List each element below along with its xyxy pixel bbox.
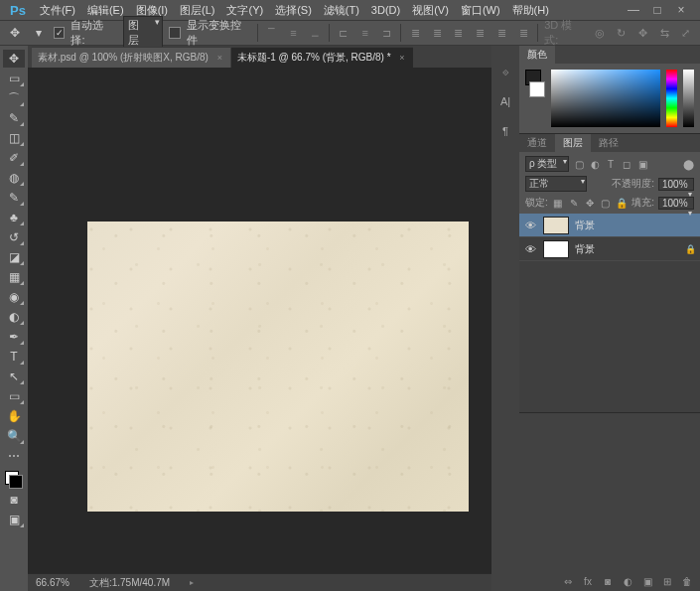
zoom-level[interactable]: 66.67% xyxy=(36,577,70,588)
menu-edit[interactable]: 编辑(E) xyxy=(83,1,128,20)
brightness-slider[interactable] xyxy=(683,70,694,127)
maximize-button[interactable]: □ xyxy=(650,3,664,17)
menu-window[interactable]: 窗口(W) xyxy=(457,1,504,20)
mini-swatches[interactable] xyxy=(525,70,545,97)
document-info[interactable]: 文档:1.75M/40.7M xyxy=(89,576,170,590)
marquee-tool[interactable]: ▭ xyxy=(3,70,25,87)
filter-smart-icon[interactable]: ▣ xyxy=(636,158,648,170)
paths-tab[interactable]: 路径 xyxy=(591,134,627,152)
lock-artboard-icon[interactable]: ▢ xyxy=(600,197,612,209)
menu-3d[interactable]: 3D(D) xyxy=(367,2,404,18)
close-button[interactable]: × xyxy=(674,3,688,17)
link-layers-icon[interactable]: ⇔ xyxy=(561,574,575,588)
distribute-hcenter-icon[interactable]: ≣ xyxy=(494,25,510,41)
paragraph-panel-icon[interactable]: ¶ xyxy=(496,123,514,139)
align-top-icon[interactable]: ⎺ xyxy=(264,25,280,41)
color-field[interactable] xyxy=(551,70,659,127)
auto-select-checkbox[interactable] xyxy=(54,27,66,39)
align-left-icon[interactable]: ⊏ xyxy=(336,25,351,41)
show-transform-checkbox[interactable] xyxy=(169,27,181,39)
hue-slider[interactable] xyxy=(666,70,677,127)
color-swatches[interactable] xyxy=(3,471,25,489)
healing-brush-tool[interactable]: ◍ xyxy=(3,169,25,187)
visibility-icon[interactable]: 👁 xyxy=(523,243,537,255)
menu-file[interactable]: 文件(F) xyxy=(36,1,79,20)
layer-thumbnail[interactable] xyxy=(543,217,569,234)
mode-3d-roll-icon[interactable]: ↻ xyxy=(614,25,630,41)
canvas[interactable] xyxy=(87,222,469,512)
mode-3d-pan-icon[interactable]: ✥ xyxy=(634,25,650,41)
eraser-tool[interactable]: ◪ xyxy=(3,248,25,266)
quick-select-tool[interactable]: ✎ xyxy=(3,109,25,127)
info-dropdown-icon[interactable]: ▸ xyxy=(190,578,194,587)
new-layer-icon[interactable]: ⊞ xyxy=(660,574,674,588)
blur-tool[interactable]: ◉ xyxy=(3,288,25,306)
layer-mask-icon[interactable]: ◙ xyxy=(601,574,615,588)
character-panel-icon[interactable]: A| xyxy=(496,93,514,109)
new-group-icon[interactable]: ▣ xyxy=(640,574,654,588)
menu-layer[interactable]: 图层(L) xyxy=(176,1,218,20)
shape-tool[interactable]: ▭ xyxy=(3,387,25,405)
filter-type-icon[interactable]: T xyxy=(605,158,617,170)
move-tool[interactable]: ✥ xyxy=(3,50,25,68)
align-hcenter-icon[interactable]: ≡ xyxy=(357,25,373,41)
screen-mode-tool[interactable]: ▣ xyxy=(3,511,25,528)
gradient-tool[interactable]: ▦ xyxy=(3,268,25,286)
auto-select-target-dropdown[interactable]: 图层 xyxy=(123,16,163,50)
eyedropper-tool[interactable]: ✐ xyxy=(3,149,25,167)
align-vcenter-icon[interactable]: ≡ xyxy=(286,25,302,41)
tool-preset-dropdown-icon[interactable]: ▾ xyxy=(30,24,48,42)
distribute-bottom-icon[interactable]: ≣ xyxy=(451,25,467,41)
document-tab[interactable]: 素材.psd @ 100% (折射映图X, RGB/8) × xyxy=(32,47,230,68)
background-swatch[interactable] xyxy=(9,475,23,489)
mode-3d-slide-icon[interactable]: ⇆ xyxy=(656,25,672,41)
history-panel-icon[interactable]: ⟐ xyxy=(496,64,514,79)
layers-tab[interactable]: 图层 xyxy=(555,134,591,152)
mode-3d-zoom-icon[interactable]: ⤢ xyxy=(678,25,694,41)
layer-name[interactable]: 背景 xyxy=(575,219,696,232)
move-tool-icon[interactable]: ✥ xyxy=(6,24,24,42)
menu-help[interactable]: 帮助(H) xyxy=(508,1,553,20)
blend-mode-dropdown[interactable]: 正常 xyxy=(525,176,587,192)
lock-position-icon[interactable]: ✥ xyxy=(584,197,596,209)
layer-item[interactable]: 👁 背景 🔒 xyxy=(519,237,700,261)
menu-select[interactable]: 选择(S) xyxy=(271,1,316,20)
channels-tab[interactable]: 通道 xyxy=(519,134,555,152)
color-tab[interactable]: 颜色 xyxy=(519,46,555,64)
background-mini[interactable] xyxy=(529,81,545,97)
minimize-button[interactable]: — xyxy=(627,3,640,17)
fill-field[interactable]: 100% xyxy=(658,197,694,210)
mode-3d-orbit-icon[interactable]: ◎ xyxy=(592,25,608,41)
canvas-viewport[interactable] xyxy=(28,68,491,573)
filter-toggle-icon[interactable]: ⬤ xyxy=(682,158,694,170)
filter-pixel-icon[interactable]: ▢ xyxy=(573,158,585,170)
dodge-tool[interactable]: ◐ xyxy=(3,308,25,326)
lock-transparency-icon[interactable]: ▦ xyxy=(552,197,564,209)
crop-tool[interactable]: ◫ xyxy=(3,129,25,147)
lock-all-icon[interactable]: 🔒 xyxy=(616,197,628,209)
path-select-tool[interactable]: ↖ xyxy=(3,368,25,385)
type-tool[interactable]: T xyxy=(3,348,25,366)
align-bottom-icon[interactable]: ⎽ xyxy=(307,25,323,41)
distribute-top-icon[interactable]: ≣ xyxy=(407,25,423,41)
history-brush-tool[interactable]: ↺ xyxy=(3,228,25,246)
distribute-vcenter-icon[interactable]: ≣ xyxy=(429,25,445,41)
quick-mask-tool[interactable]: ◙ xyxy=(3,491,25,509)
lock-pixels-icon[interactable]: ✎ xyxy=(568,197,580,209)
menu-type[interactable]: 文字(Y) xyxy=(222,1,267,20)
menu-filter[interactable]: 滤镜(T) xyxy=(320,1,363,20)
filter-adjust-icon[interactable]: ◐ xyxy=(589,158,601,170)
layer-style-icon[interactable]: fx xyxy=(581,574,595,588)
hand-tool[interactable]: ✋ xyxy=(3,407,25,425)
visibility-icon[interactable]: 👁 xyxy=(523,220,537,231)
layer-name[interactable]: 背景 xyxy=(575,242,679,256)
brush-tool[interactable]: ✎ xyxy=(3,189,25,207)
layer-filter-kind[interactable]: ρ 类型 xyxy=(525,156,569,172)
edit-toolbar[interactable]: ⋯ xyxy=(3,447,25,465)
layer-item[interactable]: 👁 背景 xyxy=(519,214,700,237)
opacity-field[interactable]: 100% xyxy=(658,178,694,191)
close-icon[interactable]: × xyxy=(399,53,404,63)
lasso-tool[interactable]: ⌒ xyxy=(3,89,25,107)
align-right-icon[interactable]: ⊐ xyxy=(379,25,395,41)
close-icon[interactable]: × xyxy=(217,53,222,63)
